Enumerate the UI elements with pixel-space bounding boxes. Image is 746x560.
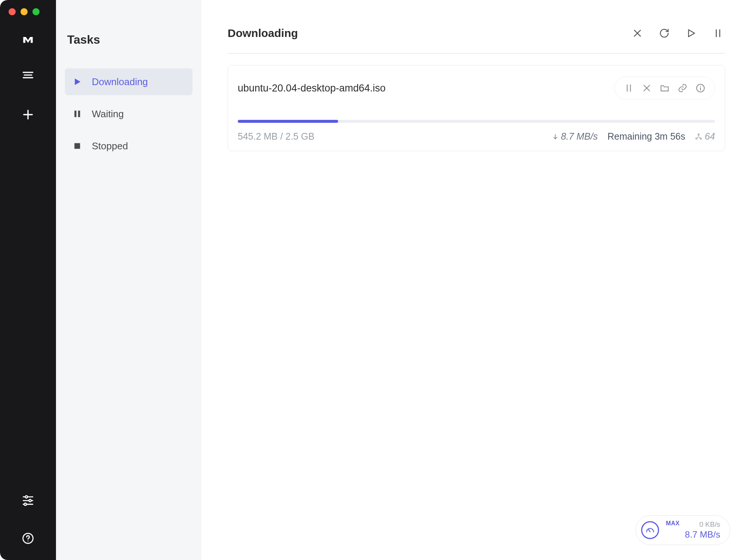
svg-rect-14 — [78, 111, 80, 117]
task-size-text: 545.2 MB / 2.5 GB — [238, 131, 315, 142]
pause-all-button[interactable] — [711, 26, 725, 40]
gauge-icon — [641, 521, 659, 539]
settings-icon[interactable] — [20, 491, 36, 508]
sidebar-item-label: Stopped — [92, 140, 128, 152]
main-header: Downloading — [228, 26, 725, 54]
task-filename: ubuntu-20.04-desktop-amd64.iso — [238, 83, 386, 94]
task-action-bar — [614, 77, 715, 100]
svg-point-6 — [25, 496, 28, 498]
task-card[interactable]: ubuntu-20.04-desktop-amd64.iso — [228, 65, 725, 151]
close-window-icon[interactable] — [9, 8, 16, 15]
sidebar-item-label: Waiting — [92, 108, 124, 120]
svg-point-26 — [700, 86, 701, 87]
sidebar-item-waiting[interactable]: Waiting — [65, 100, 193, 127]
speed-widget-download: 8.7 MB/s — [685, 529, 720, 540]
svg-point-10 — [24, 503, 26, 505]
svg-rect-15 — [74, 143, 80, 149]
page-title: Downloading — [228, 27, 298, 40]
svg-rect-13 — [74, 111, 76, 117]
sidebar-title: Tasks — [67, 33, 193, 47]
peers-icon — [695, 133, 702, 140]
maximize-window-icon[interactable] — [32, 8, 40, 15]
task-peers: 64 — [695, 131, 715, 142]
delete-button[interactable] — [630, 26, 644, 40]
sidebar-item-label: Downloading — [92, 76, 148, 88]
stop-icon — [72, 141, 82, 151]
play-icon — [72, 77, 82, 87]
speed-widget-label: MAX — [666, 520, 680, 527]
add-task-icon[interactable] — [20, 106, 36, 123]
task-speed: 8.7 MB/s — [552, 131, 598, 142]
arrow-down-icon — [552, 133, 559, 140]
speed-widget[interactable]: MAX 0 KB/s 8.7 MB/s — [636, 515, 730, 545]
task-pause-button[interactable] — [621, 81, 636, 96]
svg-point-12 — [28, 541, 29, 542]
svg-line-31 — [649, 529, 650, 532]
sidebar-item-stopped[interactable]: Stopped — [65, 133, 193, 159]
window-traffic-lights — [9, 8, 40, 15]
help-icon[interactable] — [20, 530, 36, 547]
task-category-sidebar: Tasks Downloading Waiting Stopped — [56, 0, 202, 560]
main-panel: Downloading ubuntu-20.04-desktop-amd64.i… — [202, 0, 746, 560]
task-progress-bar — [238, 120, 715, 123]
tasks-nav-icon[interactable] — [20, 67, 36, 83]
sidebar-item-downloading[interactable]: Downloading — [65, 68, 193, 95]
task-delete-button[interactable] — [639, 81, 654, 96]
svg-point-8 — [29, 500, 31, 502]
refresh-button[interactable] — [657, 26, 671, 40]
app-logo-icon — [20, 32, 36, 49]
task-meta: 8.7 MB/s Remaining 3m 56s 64 — [552, 131, 715, 142]
task-progress-fill — [238, 120, 338, 123]
minimize-window-icon[interactable] — [21, 8, 28, 15]
resume-all-button[interactable] — [684, 26, 698, 40]
task-folder-button[interactable] — [657, 81, 672, 96]
svg-point-28 — [698, 134, 699, 135]
task-remaining: Remaining 3m 56s — [608, 131, 685, 142]
task-link-button[interactable] — [675, 81, 690, 96]
speed-widget-upload: 0 KB/s — [699, 520, 720, 529]
left-rail — [0, 0, 56, 560]
pause-icon — [72, 109, 82, 119]
task-info-button[interactable] — [693, 81, 708, 96]
